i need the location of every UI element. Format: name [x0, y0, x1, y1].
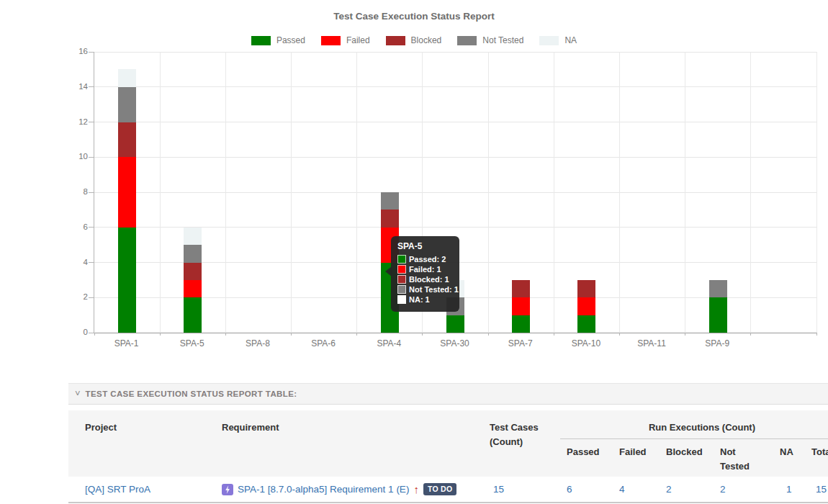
bar-segment-passed[interactable]	[512, 315, 530, 333]
chart-legend: PassedFailedBlockedNot TestedNA	[0, 35, 828, 45]
x-axis-tick	[422, 333, 423, 336]
legend-swatch-icon	[251, 36, 271, 45]
gridline-v	[619, 52, 620, 333]
bar-segment-failed[interactable]	[184, 280, 202, 297]
x-axis-label: SPA-4	[359, 338, 419, 348]
x-axis-tick	[94, 333, 95, 336]
legend-label: NA	[564, 35, 577, 45]
project-link[interactable]: [QA] SRT ProA	[85, 484, 150, 495]
bar-segment-failed[interactable]	[118, 157, 136, 228]
bar-spa-5[interactable]	[184, 228, 202, 333]
total-cell: 15	[816, 477, 827, 502]
requirement-link[interactable]: SPA-1 [8.7.0-alpha5] Requirement 1 (E)	[238, 477, 409, 502]
tooltip-row: NA: 1	[397, 295, 452, 304]
bar-segment-na[interactable]	[184, 228, 202, 245]
bar-segment-blocked[interactable]	[184, 263, 202, 280]
col-header-run-executions: Run Executions (Count)	[558, 420, 828, 435]
bar-segment-not-tested[interactable]	[381, 192, 399, 210]
x-axis-tick	[488, 333, 489, 336]
legend-swatch-icon	[539, 36, 559, 45]
x-axis-tick	[750, 333, 751, 336]
y-axis-label: 8	[63, 187, 88, 196]
legend-item-blocked[interactable]: Blocked	[386, 35, 442, 45]
y-axis-tick	[89, 86, 94, 87]
col-header-requirement: Requirement	[222, 420, 279, 435]
chevron-down-icon[interactable]: ˅	[75, 390, 81, 397]
bar-spa-9[interactable]	[709, 280, 727, 333]
gridline-v	[816, 52, 817, 333]
gridline-v	[488, 52, 489, 333]
legend-label: Blocked	[411, 35, 442, 45]
col-header-project: Project	[85, 420, 117, 435]
x-axis-tick	[816, 333, 817, 336]
not-tested-count-link[interactable]: 2	[720, 484, 726, 495]
bar-spa-1[interactable]	[118, 69, 136, 333]
y-axis-tick	[89, 52, 94, 53]
x-axis-tick	[225, 333, 226, 336]
bar-segment-passed[interactable]	[709, 297, 727, 333]
total-count-link[interactable]: 15	[816, 484, 827, 495]
test-cases-count-link[interactable]: 15	[493, 484, 504, 495]
legend-item-failed[interactable]: Failed	[321, 35, 370, 45]
na-cell: 1	[786, 477, 792, 502]
x-axis-label: SPA-30	[425, 338, 485, 348]
x-axis-tick	[554, 333, 554, 336]
x-axis-tick	[291, 333, 292, 336]
failed-count-link[interactable]: 4	[619, 484, 625, 495]
passed-count-link[interactable]: 6	[567, 484, 572, 495]
y-axis-tick	[89, 192, 94, 193]
bar-spa-7[interactable]	[512, 280, 530, 333]
y-axis-tick	[89, 297, 94, 298]
bar-segment-na[interactable]	[118, 69, 136, 86]
bar-segment-blocked[interactable]	[577, 280, 595, 297]
report-table-section-header[interactable]: ˅ TEST CASE EXECUTION STATUS REPORT TABL…	[68, 383, 828, 405]
x-axis-label: SPA-11	[621, 338, 682, 348]
y-axis-label: 12	[63, 117, 88, 126]
y-axis-tick	[89, 122, 94, 122]
col-header-na: NA	[780, 445, 793, 459]
x-axis-label: SPA-5	[162, 338, 222, 348]
execution-status-chart: Test Case Execution Status Report Passed…	[0, 0, 828, 378]
not-tested-cell: 2	[720, 477, 726, 502]
tooltip-arrow-icon	[385, 266, 392, 276]
y-axis-label: 6	[63, 222, 88, 231]
bar-segment-passed[interactable]	[184, 297, 202, 333]
bar-segment-not-tested[interactable]	[184, 245, 202, 262]
legend-label: Failed	[346, 35, 370, 45]
bar-segment-passed[interactable]	[118, 228, 136, 333]
legend-item-passed[interactable]: Passed	[251, 35, 305, 45]
tooltip-swatch-icon	[397, 285, 406, 294]
x-axis-tick	[356, 333, 357, 336]
tooltip-title: SPA-5	[397, 241, 452, 251]
bar-segment-blocked[interactable]	[118, 122, 136, 158]
requirement-cell: SPA-1 [8.7.0-alpha5] Requirement 1 (E)↑T…	[222, 477, 456, 502]
bar-segment-not-tested[interactable]	[709, 280, 727, 297]
y-axis-label: 4	[63, 258, 88, 266]
table-header: Project Requirement Test Cases (Count) R…	[68, 410, 828, 477]
legend-swatch-icon	[457, 36, 477, 45]
y-axis-label: 2	[63, 292, 88, 301]
gridline-v	[356, 52, 357, 333]
x-axis-label: SPA-1	[96, 338, 157, 348]
passed-cell: 6	[567, 477, 572, 502]
legend-item-not-tested[interactable]: Not Tested	[457, 35, 523, 45]
bar-segment-failed[interactable]	[512, 297, 530, 315]
bar-segment-blocked[interactable]	[381, 210, 399, 227]
gridline-h	[94, 86, 816, 87]
blocked-count-link[interactable]: 2	[666, 484, 672, 495]
chart-title: Test Case Execution Status Report	[0, 11, 828, 22]
y-axis-label: 14	[63, 82, 88, 91]
bar-segment-not-tested[interactable]	[118, 87, 136, 122]
tooltip-row: Blocked: 1	[397, 275, 452, 284]
tooltip-value: NA: 1	[409, 295, 430, 304]
tooltip-row: Not Tested: 1	[397, 285, 452, 294]
gridline-v	[685, 52, 685, 333]
bar-segment-passed[interactable]	[577, 315, 595, 333]
legend-item-na[interactable]: NA	[539, 35, 577, 45]
tooltip-swatch-icon	[397, 265, 406, 274]
na-count-link[interactable]: 1	[786, 484, 792, 495]
bar-segment-blocked[interactable]	[512, 280, 530, 297]
bar-spa-10[interactable]	[577, 280, 595, 333]
bar-segment-passed[interactable]	[446, 315, 464, 333]
bar-segment-failed[interactable]	[577, 297, 595, 315]
